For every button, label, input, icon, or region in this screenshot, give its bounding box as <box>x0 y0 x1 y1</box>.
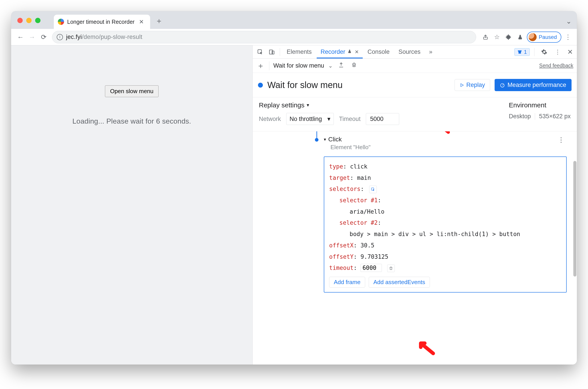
measure-performance-button[interactable]: Measure performance <box>495 79 572 91</box>
loading-text: Loading... Please wait for 6 seconds. <box>72 117 191 125</box>
more-tabs-icon[interactable]: » <box>425 47 436 57</box>
step-timeout-input[interactable] <box>360 264 382 272</box>
step-subtitle: Element "Hello" <box>330 144 567 151</box>
add-recording-icon[interactable]: ＋ <box>256 61 265 71</box>
replay-settings: Replay settings ▾ Network No throttling … <box>253 97 577 131</box>
timeline-dot <box>315 138 318 142</box>
settings-gear-icon[interactable] <box>539 47 550 57</box>
add-frame-button[interactable]: Add frame <box>329 277 365 288</box>
devtools-panel: Elements Recorder ✕ Console Sources » <box>253 45 577 364</box>
caret-down-icon: ▾ <box>327 115 330 123</box>
tab-strip: Longer timeout in Recorder ✕ ＋ ⌄ <box>11 11 577 29</box>
toolbar-right: ☆ Paused ⋮ <box>481 32 573 43</box>
replay-settings-header[interactable]: Replay settings ▾ <box>259 101 399 109</box>
profile-avatar <box>529 33 537 41</box>
caret-down-icon: ▾ <box>307 102 309 108</box>
caret-down-icon: ▾ <box>324 137 326 142</box>
address-bar[interactable]: i jec.fyi/demo/pup-slow-result <box>52 31 476 43</box>
tab-title: Longer timeout in Recorder <box>67 19 135 25</box>
send-feedback-link[interactable]: Send feedback <box>539 63 573 69</box>
labs-icon[interactable] <box>515 32 525 42</box>
timeout-input[interactable] <box>366 113 399 125</box>
network-throttling-select[interactable]: No throttling ▾ <box>286 113 334 125</box>
browser-toolbar: ← → ⟳ i jec.fyi/demo/pup-slow-result ☆ <box>11 29 577 45</box>
tab-sources[interactable]: Sources <box>394 45 424 59</box>
devtools-menu-icon[interactable]: ⋮ <box>552 47 563 57</box>
profile-paused-chip[interactable]: Paused <box>527 32 561 43</box>
bookmark-icon[interactable]: ☆ <box>492 32 502 42</box>
recording-header: Wait for slow menu Replay Measure perfor… <box>253 73 577 97</box>
step-menu-icon[interactable]: ⋮ <box>558 136 564 144</box>
browser-window: Longer timeout in Recorder ✕ ＋ ⌄ ← → ⟳ i… <box>11 11 577 364</box>
site-info-icon[interactable]: i <box>57 34 63 40</box>
step-details-card: type: click target: main selectors: sele… <box>324 157 567 292</box>
replay-button[interactable]: Replay <box>454 79 490 91</box>
issues-chip[interactable]: 1 <box>514 48 530 56</box>
selector-2-value: body > main > div > ul > li:nth-child(1)… <box>329 228 561 240</box>
open-slow-menu-button[interactable]: Open slow menu <box>105 85 159 97</box>
content-area: Open slow menu Loading... Please wait fo… <box>11 45 577 364</box>
paused-label: Paused <box>539 34 557 40</box>
close-tab-icon[interactable]: ✕ <box>355 49 359 55</box>
back-button[interactable]: ← <box>15 32 26 42</box>
inspect-element-icon[interactable] <box>255 47 266 57</box>
play-icon <box>460 83 464 87</box>
tab-console[interactable]: Console <box>364 45 394 59</box>
tab-elements[interactable]: Elements <box>283 45 316 59</box>
tab-close-icon[interactable]: ✕ <box>138 18 145 26</box>
selector-1-value: aria/Hello <box>329 206 561 217</box>
env-size: 535×622 px <box>539 113 571 120</box>
export-icon[interactable] <box>337 62 346 69</box>
gauge-icon <box>500 83 505 88</box>
recording-selector[interactable]: Wait for slow menu <box>273 62 324 69</box>
recording-status-dot <box>258 83 263 88</box>
step-click: ⋮ ▾ Click Element "Hello" type: click ta… <box>324 136 567 292</box>
network-label: Network <box>259 116 281 123</box>
add-asserted-events-button[interactable]: Add assertedEvents <box>369 277 430 288</box>
browser-tab[interactable]: Longer timeout in Recorder ✕ <box>54 15 150 29</box>
step-toggle[interactable]: ▾ Click <box>324 136 567 143</box>
chevron-down-icon[interactable]: ⌄ <box>328 63 333 69</box>
recording-title: Wait for slow menu <box>267 80 343 90</box>
environment-header: Environment <box>509 101 571 109</box>
web-page: Open slow menu Loading... Please wait fo… <box>11 45 253 364</box>
devtools-close-icon[interactable]: ✕ <box>566 48 575 56</box>
timeout-label: Timeout <box>339 116 361 123</box>
tab-recorder[interactable]: Recorder ✕ <box>317 45 363 59</box>
flask-icon <box>347 49 352 55</box>
recorder-toolbar: ＋ Wait for slow menu ⌄ Send feedback <box>253 59 577 73</box>
new-tab-button[interactable]: ＋ <box>154 16 164 26</box>
forward-button[interactable]: → <box>27 32 37 42</box>
url-text: jec.fyi/demo/pup-slow-result <box>66 33 142 40</box>
window-close-button[interactable] <box>17 18 23 23</box>
window-controls <box>17 18 40 23</box>
tab-overflow-icon[interactable]: ⌄ <box>566 17 572 25</box>
window-maximize-button[interactable] <box>35 18 40 23</box>
delete-icon[interactable] <box>349 62 358 69</box>
tab-favicon <box>58 19 64 25</box>
window-minimize-button[interactable] <box>26 18 32 23</box>
extensions-icon[interactable] <box>504 32 514 42</box>
browser-menu-icon[interactable]: ⋮ <box>563 32 573 42</box>
delete-property-icon[interactable] <box>387 264 395 272</box>
share-icon[interactable] <box>481 32 490 42</box>
recording-steps: ⋮ ▾ Click Element "Hello" type: click ta… <box>253 131 577 364</box>
devtools-tabbar: Elements Recorder ✕ Console Sources » <box>253 45 577 59</box>
reload-button[interactable]: ⟳ <box>38 32 49 42</box>
selector-picker-icon[interactable] <box>369 186 377 193</box>
device-toggle-icon[interactable] <box>266 47 277 57</box>
env-device: Desktop <box>509 113 531 120</box>
